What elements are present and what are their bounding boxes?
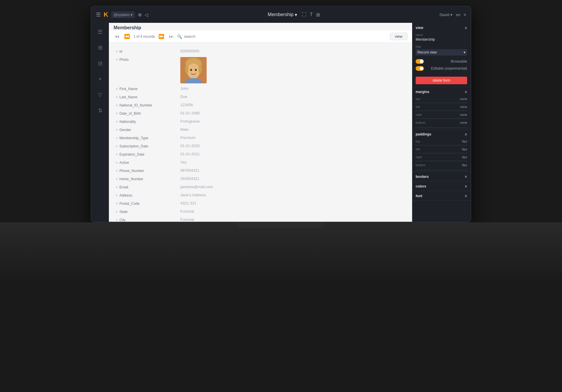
paddings-section-header[interactable]: paddings ∧ [412,129,471,139]
prev-record-button[interactable]: ⏪ [123,33,131,40]
editable-toggle-row: Editable (experimental) [412,65,471,72]
panel-type-label: type [416,45,467,48]
borders-section-header[interactable]: borders ∨ [412,172,471,181]
globe-icon[interactable]: ⊕ [138,12,142,18]
margins-section-header[interactable]: margins ∧ [412,87,471,96]
system-dropdown-icon: ▾ [131,13,133,17]
field-label-9: Active [116,160,180,165]
margin-left-row: left none [412,104,471,109]
sidebar-table-icon[interactable]: ⊞ [96,42,105,53]
field-label-text-4: Nationality [119,120,136,124]
more-menu-icon[interactable]: ≡ [464,13,466,17]
margin-bottom-label: bottom [416,121,426,124]
field-dot-15 [116,211,118,213]
breadcrumb: Membership [109,23,412,30]
browsable-toggle[interactable] [416,59,424,64]
sidebar-grid-icon[interactable]: ⊟ [96,58,105,69]
type-dropdown-icon: ▾ [464,50,465,54]
first-record-button[interactable]: ⏮ [114,33,121,40]
logo-icon[interactable]: K [104,11,108,18]
view-section-label: view [416,26,423,30]
editable-label: Editable (experimental) [431,66,467,71]
view-chevron-icon: ∧ [465,26,467,30]
field-dot-2 [116,104,118,106]
panel-section-paddings: paddings ∧ top 6px left 6px right 6px [412,129,471,172]
field-label-text-9: Active [119,161,129,165]
field-label-10: Phone_Number [116,168,180,173]
panel-type-value: Record view [417,50,437,54]
field-label-14: Postal_Code [116,201,180,206]
field-label-7: Subscription_Date [116,144,180,148]
field-value-4: Portuguese [180,119,405,123]
svg-point-5 [195,69,197,71]
paddings-label: paddings [416,132,431,136]
padding-bottom-row: bottom 6px [412,162,471,168]
view-button[interactable]: view [390,33,407,40]
field-dot-4 [116,121,118,123]
user-info[interactable]: David ▾ [440,13,453,17]
margins-label: margins [416,90,429,94]
field-value-9: Yes [180,160,405,164]
sidebar-filter-icon[interactable]: ▽ [96,89,104,100]
margin-left-divider [416,111,467,111]
margin-bottom-row: bottom none [412,120,471,125]
borders-label: borders [416,175,429,179]
field-label-text-16: City [119,218,126,222]
colors-section-header[interactable]: colors ∨ [412,181,471,191]
margin-right-row: right none [412,112,471,117]
back-icon[interactable]: ◁ [145,12,148,18]
user-name: David [440,13,449,17]
padding-top-value: 6px [462,140,467,143]
content-area: Membership ⏮ ⏪ 1 of 4 records ⏩ ⏭ 🔍 view [109,23,412,222]
text-icon[interactable]: T [310,12,313,17]
browsable-label: Browsable [451,59,467,63]
field-label-text-3: Date_of_Birth [119,111,141,116]
padding-left-label: left [416,147,420,151]
sidebar-key-icon[interactable]: ⌖ [96,74,104,85]
field-row-date-of-birth: Date_of_Birth 01-01-1980 [116,109,405,118]
search-area: 🔍 [177,34,388,39]
system-badge[interactable]: @system ▾ [111,11,135,18]
borders-chevron-icon: ∨ [465,175,467,179]
panel-type-select[interactable]: Record view ▾ [416,49,467,56]
next-record-button[interactable]: ⏩ [157,33,165,40]
view-title-text: Membership [268,12,294,17]
padding-bottom-value: 6px [462,163,467,167]
grid-icon[interactable]: ⊞ [316,12,320,18]
panel-type-field: type Record view ▾ [412,44,471,58]
field-dot-12 [116,186,118,188]
panel-section-view: view ∧ name Membership type Record view … [412,23,471,87]
hamburger-icon[interactable]: ☰ [96,11,101,18]
field-label-13: Address [116,193,180,197]
last-record-button[interactable]: ⏭ [168,33,175,40]
delete-form-button[interactable]: delete form [416,77,467,84]
field-row-expiration-date: Expiration_Date 01-01-2021 [116,150,405,159]
field-label-text-0: First_Name [119,87,138,91]
sidebar-sort-icon[interactable]: ⇅ [96,105,105,116]
browsable-toggle-row: Browsable [412,58,471,65]
field-value-photo [180,57,405,83]
field-label-12: Email [116,185,180,189]
editable-toggle[interactable] [416,66,424,71]
field-dot-3 [116,113,118,114]
field-value-3: 01-01-1980 [180,111,405,115]
font-section-header[interactable]: font ∨ [412,191,471,200]
padding-right-divider [416,161,467,161]
sidebar-narrow: ☰ ⊞ ⊟ ⌖ ▽ ⇅ [91,23,109,222]
padding-left-divider [416,153,467,153]
view-section-header[interactable]: view ∧ [412,23,471,32]
padding-top-divider [416,145,467,145]
sidebar-hamburger-icon[interactable]: ☰ [95,26,105,37]
view-title[interactable]: Membership ▾ [268,12,297,18]
field-label-text-5: Gender [119,128,131,132]
topbar-left: ☰ K @system ▾ ⊕ ◁ [96,11,148,18]
padding-left-value: 6px [462,147,467,151]
field-row-national-id-number: National_ID_Number 123456 [116,101,405,109]
panel-name-label: name [416,33,467,37]
padding-left-row: left 6px [412,147,471,152]
field-row-active: Active Yes [116,159,405,167]
fullscreen-icon[interactable]: ⛶ [302,12,306,17]
font-chevron-icon: ∨ [465,194,467,198]
field-value-12: janedoe@mail.com [180,185,405,189]
search-input[interactable] [184,34,388,39]
